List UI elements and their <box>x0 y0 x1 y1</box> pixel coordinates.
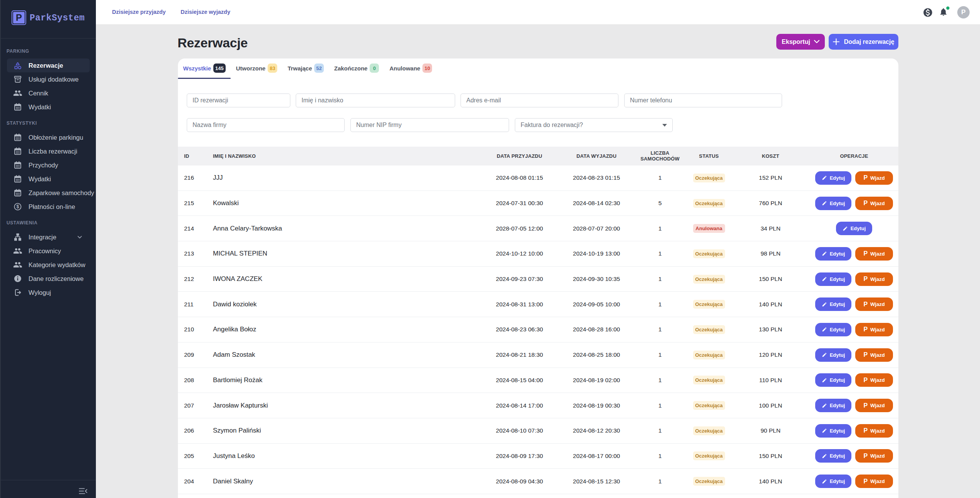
svg-text:$: $ <box>17 204 19 209</box>
